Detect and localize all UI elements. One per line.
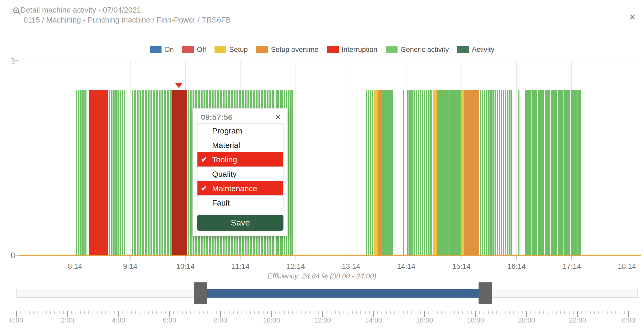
activity-segment-setup-overtime[interactable] [437, 90, 438, 255]
activity-segment-generic[interactable] [403, 90, 404, 255]
ruler-minor-tick [71, 311, 72, 314]
ruler-minor-tick [135, 311, 136, 314]
activity-segment-setup-overtime[interactable] [378, 90, 382, 255]
x-axis-tick [461, 256, 461, 260]
range-slider-selection[interactable] [201, 289, 485, 298]
legend-item-on[interactable]: On [150, 46, 174, 54]
ruler-label: 6:00 [154, 316, 185, 324]
ruler-minor-tick [207, 311, 208, 314]
gridline-vertical [296, 61, 296, 255]
ruler-minor-tick [199, 311, 200, 314]
ruler-minor-tick [229, 311, 229, 314]
category-option-maintenance[interactable]: ✔Maintenance [197, 181, 283, 196]
ruler-minor-tick [539, 311, 540, 314]
activity-segment-generic[interactable] [382, 90, 393, 255]
ruler-minor-tick [590, 311, 591, 314]
ruler-minor-tick [182, 311, 183, 314]
activity-segment-setup[interactable] [374, 90, 378, 255]
ruler-minor-tick [586, 311, 586, 314]
legend-item-interruption[interactable]: Interruption [327, 46, 378, 54]
activity-segment-generic[interactable] [438, 90, 461, 255]
x-axis-label: 18:14 [611, 262, 643, 271]
category-option-label: Quality [212, 170, 237, 178]
ruler-major-tick [628, 311, 629, 317]
x-axis-label: 12:14 [280, 262, 312, 271]
category-option-quality[interactable]: Quality [197, 167, 283, 181]
ruler-minor-tick [50, 311, 51, 314]
ruler-label: 2:00 [52, 316, 83, 324]
ruler-minor-tick [59, 311, 60, 314]
range-slider-left-handle[interactable] [194, 282, 207, 304]
activity-segment-generic[interactable] [132, 90, 171, 255]
dialog-close-icon[interactable]: × [627, 11, 638, 23]
ruler-minor-tick [314, 311, 314, 314]
x-axis-tick [296, 256, 296, 260]
ruler-minor-tick [331, 311, 331, 314]
save-button[interactable]: Save [197, 215, 283, 231]
ruler-label: 12:00 [307, 316, 338, 324]
ruler-minor-tick [433, 311, 433, 314]
activity-segment-interruption[interactable] [89, 90, 108, 255]
popup-close-icon[interactable]: × [275, 112, 281, 122]
ruler-minor-tick [564, 311, 565, 314]
legend-item-off[interactable]: Off [182, 46, 206, 54]
ruler-major-tick [577, 311, 578, 317]
legend-item-label: On [164, 46, 174, 54]
ruler-minor-tick [84, 311, 85, 314]
gridline-top [19, 61, 641, 61]
interruption-category-popup: 09:57:56 × ProgramMaterial✔ToolingQualit… [193, 108, 288, 236]
range-slider-right-handle[interactable] [479, 282, 492, 304]
category-option-label: Tooling [212, 155, 237, 164]
activity-segment-generic[interactable] [76, 90, 87, 255]
x-axis-tick [351, 256, 351, 260]
activity-segment-generic[interactable] [480, 90, 512, 255]
activity-segment-generic[interactable] [407, 90, 432, 255]
ruler-minor-tick [348, 311, 348, 314]
ruler-minor-tick [356, 311, 357, 314]
ruler-minor-tick [284, 311, 285, 314]
ruler-minor-tick [122, 311, 123, 314]
ruler-minor-tick [263, 311, 264, 314]
x-axis-tick [130, 256, 131, 260]
activity-segment-setup[interactable] [461, 90, 464, 255]
ruler-major-tick [118, 311, 119, 317]
x-axis-tick [240, 256, 241, 260]
check-icon: ✔ [201, 181, 207, 196]
ruler-minor-tick [63, 311, 64, 314]
gridline-vertical [351, 61, 351, 255]
category-option-fault[interactable]: Fault [197, 196, 283, 210]
legend-item-setup[interactable]: Setup [214, 46, 248, 54]
legend-item-setup-overtime[interactable]: Setup overtime [256, 46, 319, 54]
ruler-major-tick [526, 311, 527, 317]
activity-segment-setup-overtime[interactable] [464, 90, 479, 255]
activity-segment-generic[interactable] [109, 90, 127, 255]
gridline-vertical [627, 61, 627, 255]
activity-segment-generic[interactable] [525, 90, 581, 255]
activity-segment-setup[interactable] [433, 90, 437, 255]
ruler-minor-tick [33, 311, 34, 314]
legend-item-label: Interruption [342, 46, 378, 54]
ruler-minor-tick [603, 311, 603, 314]
x-axis-label: 8:14 [59, 262, 91, 271]
popup-header: 09:57:56 × [197, 112, 283, 123]
legend-item-generic-activity[interactable]: Generic activity [386, 46, 449, 54]
ruler-minor-tick [501, 311, 501, 314]
category-option-program[interactable]: Program [197, 123, 283, 138]
activity-segment-generic[interactable] [366, 90, 374, 255]
ruler-minor-tick [369, 311, 370, 314]
legend-swatch-icon [457, 46, 469, 53]
ruler-minor-tick [399, 311, 399, 314]
activity-segment-generic[interactable] [518, 90, 519, 255]
legend-swatch-icon [214, 46, 226, 53]
ruler-minor-tick [446, 311, 446, 314]
page-title: Detail machine activity - 07/04/2021 [20, 6, 141, 14]
category-option-material[interactable]: Material [197, 138, 283, 152]
legend-swatch-icon [386, 46, 398, 53]
gridline-vertical [130, 61, 131, 255]
ruler-label: 16:00 [409, 316, 440, 324]
ruler-minor-tick [518, 311, 518, 314]
activity-segment-interruption-marked[interactable] [171, 90, 187, 255]
ruler-minor-tick [110, 311, 110, 314]
category-option-tooling[interactable]: ✔Tooling [197, 152, 283, 167]
legend-item-activity[interactable]: Activity [457, 46, 495, 54]
